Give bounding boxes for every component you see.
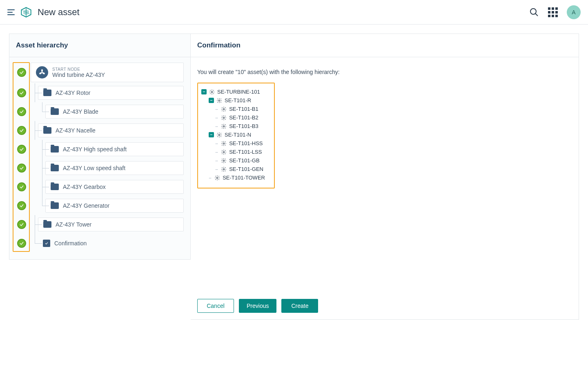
step-node-card[interactable]: AZ-43Y Tower xyxy=(38,218,184,231)
confirmation-message: You will create "10" asset(s) with the f… xyxy=(197,69,572,75)
gear-icon xyxy=(221,166,227,172)
step-node-col: AZ-43Y Rotor xyxy=(31,83,187,102)
svg-point-4 xyxy=(530,9,536,14)
folder-icon xyxy=(51,108,59,115)
folder-icon xyxy=(43,221,51,228)
cancel-button[interactable]: Cancel xyxy=(197,299,234,313)
previous-button[interactable]: Previous xyxy=(239,299,276,313)
svg-point-21 xyxy=(223,160,225,162)
preview-node[interactable]: SE-T101-R xyxy=(201,96,270,105)
preview-node[interactable]: ···SE-T101-B2 xyxy=(201,113,270,122)
hierarchy-step[interactable]: AZ-43Y Generator xyxy=(13,196,187,215)
svg-point-20 xyxy=(223,151,225,153)
hierarchy-steps: START NODEWind turbine AZ-43YAZ-43Y Roto… xyxy=(9,57,190,259)
gear-icon xyxy=(221,158,227,164)
hierarchy-step[interactable]: AZ-43Y High speed shaft xyxy=(13,140,187,159)
check-circle-icon xyxy=(17,126,26,135)
preview-node-label: SE-TURBINE-101 xyxy=(217,89,260,95)
start-node-label: START NODE xyxy=(52,67,105,72)
folder-icon xyxy=(43,90,51,96)
preview-node-label: SE-T101-HSS xyxy=(229,140,263,146)
confirmation-body: You will create "10" asset(s) with the f… xyxy=(191,57,579,292)
svg-line-5 xyxy=(535,13,538,16)
svg-point-22 xyxy=(223,168,225,170)
svg-point-16 xyxy=(223,126,225,127)
apps-icon[interactable] xyxy=(548,7,558,17)
gear-icon xyxy=(221,106,227,112)
tree-connector-icon: ··· xyxy=(215,141,218,146)
collapse-icon[interactable] xyxy=(201,89,207,94)
confirmation-panel: Confirmation You will create "10" asset(… xyxy=(191,34,579,320)
preview-node[interactable]: ···SE-T101-GEN xyxy=(201,165,270,173)
hierarchy-step[interactable]: START NODEWind turbine AZ-43Y xyxy=(13,61,187,83)
step-label: AZ-43Y Nacelle xyxy=(56,127,96,134)
step-node-card[interactable]: Confirmation xyxy=(38,236,184,250)
tree-connector-icon: ··· xyxy=(215,107,218,112)
preview-node[interactable]: ···SE-T101-HSS xyxy=(201,139,270,148)
preview-node-label: SE-T101-B1 xyxy=(229,106,258,112)
step-status-col xyxy=(13,196,31,215)
collapse-icon[interactable] xyxy=(209,132,214,137)
step-node-col: AZ-43Y Tower xyxy=(31,215,187,234)
search-icon[interactable] xyxy=(529,7,539,17)
folder-icon xyxy=(51,202,59,209)
confirmation-title: Confirmation xyxy=(191,34,579,57)
preview-node[interactable]: ···SE-T101-B1 xyxy=(201,105,270,113)
step-node-card[interactable]: AZ-43Y Rotor xyxy=(38,86,184,100)
check-circle-icon xyxy=(17,68,26,77)
step-node-card[interactable]: AZ-43Y Nacelle xyxy=(38,123,184,137)
preview-node[interactable]: ···SE-T101-GB xyxy=(201,156,270,165)
page-title: New asset xyxy=(38,7,80,18)
hierarchy-step[interactable]: AZ-43Y Gearbox xyxy=(13,177,187,196)
collapse-icon[interactable] xyxy=(209,98,214,103)
step-status-col xyxy=(13,83,31,102)
step-status-col xyxy=(13,121,31,140)
step-label: AZ-43Y Blade xyxy=(63,108,98,115)
menu-icon[interactable] xyxy=(7,9,15,15)
create-button[interactable]: Create xyxy=(281,299,318,313)
hierarchy-step[interactable]: AZ-43Y Rotor xyxy=(13,83,187,102)
top-bar-right: A xyxy=(529,5,581,19)
step-status-col xyxy=(13,102,31,121)
preview-node[interactable]: SE-TURBINE-101 xyxy=(201,88,270,96)
hierarchy-step[interactable]: AZ-43Y Nacelle xyxy=(13,121,187,140)
preview-node-label: SE-T101-B3 xyxy=(229,123,258,129)
check-circle-icon xyxy=(17,220,26,229)
svg-point-19 xyxy=(223,143,225,144)
hierarchy-step[interactable]: AZ-43Y Tower xyxy=(13,215,187,234)
svg-point-15 xyxy=(223,117,225,119)
step-status-col xyxy=(13,215,31,234)
gear-icon xyxy=(221,123,227,129)
tree-connector-icon: ··· xyxy=(209,175,211,180)
step-node-col: AZ-43Y Low speed shaft xyxy=(31,159,187,177)
step-node-card[interactable]: AZ-43Y Blade xyxy=(45,105,184,119)
preview-node[interactable]: ···SE-T101-TOWER xyxy=(201,173,270,182)
step-node-card[interactable]: AZ-43Y High speed shaft xyxy=(45,142,184,156)
gear-icon xyxy=(221,115,227,121)
check-circle-icon xyxy=(17,201,26,210)
step-node-col: START NODEWind turbine AZ-43Y xyxy=(31,61,187,83)
step-node-card[interactable]: AZ-43Y Low speed shaft xyxy=(45,161,184,175)
gear-icon xyxy=(209,89,215,95)
preview-node[interactable]: SE-T101-N xyxy=(201,130,270,139)
step-node-card[interactable]: START NODEWind turbine AZ-43Y xyxy=(31,63,184,82)
hierarchy-step[interactable]: Confirmation xyxy=(13,234,187,253)
top-bar: New asset A xyxy=(0,0,588,25)
step-label: AZ-43Y High speed shaft xyxy=(63,146,127,153)
preview-node[interactable]: ···SE-T101-B3 xyxy=(201,122,270,130)
hierarchy-step[interactable]: AZ-43Y Blade xyxy=(13,102,187,121)
step-label: AZ-43Y Tower xyxy=(56,221,91,228)
preview-node-label: SE-T101-B2 xyxy=(229,114,258,121)
avatar[interactable]: A xyxy=(567,5,581,19)
step-node-card[interactable]: AZ-43Y Gearbox xyxy=(45,180,184,194)
preview-node-label: SE-T101-TOWER xyxy=(223,175,265,181)
hierarchy-preview: SE-TURBINE-101SE-T101-R···SE-T101-B1···S… xyxy=(197,83,275,188)
gear-icon xyxy=(221,141,227,146)
asset-hierarchy-title: Asset hierarchy xyxy=(9,34,190,57)
hierarchy-step[interactable]: AZ-43Y Low speed shaft xyxy=(13,159,187,177)
preview-node[interactable]: ···SE-T101-LSS xyxy=(201,148,270,156)
gear-icon xyxy=(216,132,222,138)
workspace: Asset hierarchy START NODEWind turbine A… xyxy=(0,25,588,329)
step-node-card[interactable]: AZ-43Y Generator xyxy=(45,199,184,213)
gear-icon xyxy=(221,149,227,155)
